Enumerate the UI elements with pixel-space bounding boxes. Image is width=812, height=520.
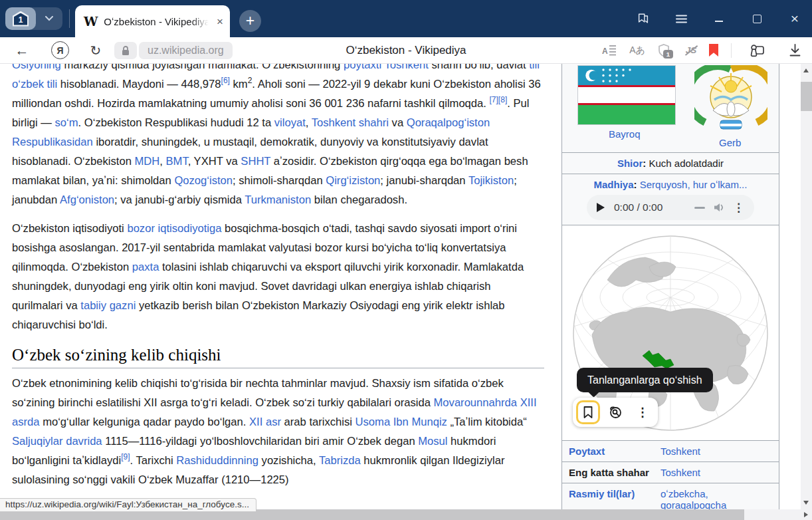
- window-controls: ×: [637, 8, 801, 29]
- wiki-link[interactable]: soʻm: [55, 116, 78, 129]
- back-button[interactable]: ←: [13, 37, 31, 63]
- wiki-link[interactable]: Turkmaniston: [245, 194, 311, 206]
- scroll-right-arrow[interactable]: [804, 512, 808, 517]
- wiki-link[interactable]: viloyat: [274, 116, 306, 129]
- active-tab[interactable]: W Oʻzbekiston - Vikipediya ×: [75, 5, 230, 37]
- emblem-caption-link[interactable]: Gerb: [719, 137, 741, 148]
- play-icon[interactable]: [597, 203, 605, 212]
- fact-label-link[interactable]: Poytaxt: [562, 446, 660, 457]
- wiki-link[interactable]: Mosul: [418, 435, 447, 448]
- wiki-link[interactable]: Movarounnahrda: [434, 396, 517, 409]
- tab-close-icon[interactable]: ×: [217, 16, 223, 27]
- wiki-link[interactable]: tabiiy gazni: [80, 299, 136, 312]
- toolbar-divider: [731, 43, 732, 58]
- visual-search-button[interactable]: [603, 400, 627, 424]
- close-button[interactable]: ×: [788, 12, 801, 25]
- uzbekistan-emblem-image[interactable]: [694, 65, 767, 134]
- vertical-scroll-thumb[interactable]: [801, 82, 812, 111]
- javascript-off-icon[interactable]: JS: [682, 37, 700, 63]
- motto-label-link[interactable]: Shior: [617, 158, 643, 169]
- flag-caption-link[interactable]: Bayroq: [609, 128, 641, 140]
- add-to-collections-tooltip: Tanlanganlarga qoʻshish: [577, 368, 713, 392]
- page-title: Oʻzbekiston - Vikipediya: [346, 37, 466, 63]
- address-bar[interactable]: uz.wikipedia.org: [139, 42, 233, 59]
- new-tab-button[interactable]: +: [239, 10, 261, 32]
- translate-icon[interactable]: Aあ: [627, 37, 647, 63]
- wiki-link[interactable]: Usoma Ibn Munqiz: [355, 416, 447, 428]
- wiki-link[interactable]: tili oʻzbek tili: [12, 64, 540, 90]
- downloads-icon[interactable]: [785, 37, 804, 63]
- article-paragraph-1: Osiyoning markaziy qismida joylashgan ma…: [12, 64, 544, 209]
- browser-window: 1 W Oʻzbekiston - Vikipediya × +: [0, 0, 812, 520]
- wiki-link[interactable]: Tabrizda: [319, 454, 361, 467]
- blocked-count-badge: 1: [663, 50, 673, 59]
- wiki-link[interactable]: Osiyoning: [12, 64, 61, 71]
- camera-search-icon: [607, 404, 623, 420]
- volume-icon[interactable]: [713, 202, 725, 213]
- scroll-down-arrow[interactable]: [803, 501, 809, 505]
- infobox-images-row: Bayroq Gerb: [562, 64, 779, 152]
- chevron-down-icon[interactable]: [36, 16, 62, 21]
- yandex-button[interactable]: Я: [51, 41, 69, 59]
- section-heading: Oʻzbek soʻzining kelib chiqishi: [12, 345, 544, 368]
- fact-row-capital: Poytaxt Toshkent: [562, 440, 779, 461]
- wiki-link[interactable]: Qozogʻiston: [174, 174, 233, 187]
- fact-label: Eng katta shahar: [562, 467, 660, 478]
- wiki-link[interactable]: Tojikiston: [468, 174, 514, 187]
- tab-counter-button[interactable]: 1: [5, 7, 62, 30]
- vertical-scrollbar[interactable]: [801, 64, 812, 509]
- seek-bar[interactable]: [694, 207, 705, 209]
- protect-shield-icon[interactable]: 1: [654, 37, 674, 63]
- motto-row: Shior: Kuch adolatdadir: [562, 152, 779, 174]
- fact-row-largest-city: Eng katta shahar Toshkent: [562, 461, 779, 483]
- lock-icon: [121, 45, 130, 56]
- reader-mode-icon[interactable]: A: [600, 37, 619, 63]
- wiki-link[interactable]: Qoraqalpogʻiston Respublikasidan: [12, 116, 490, 148]
- image-action-bar: ⋮: [573, 398, 658, 427]
- fact-value-link[interactable]: Toshkent: [660, 446, 779, 457]
- anthem-label-link[interactable]: Madhiya: [594, 179, 634, 190]
- bookmark-added-icon[interactable]: [706, 37, 722, 63]
- tab-counter-icon: 1: [13, 11, 29, 27]
- wiki-link[interactable]: [7][8]: [490, 95, 508, 104]
- wiki-link[interactable]: [9]: [121, 452, 130, 461]
- wiki-link[interactable]: bozor iqtisodiyotiga: [127, 222, 221, 235]
- more-actions-button[interactable]: ⋮: [631, 400, 655, 424]
- menu-icon[interactable]: [674, 12, 688, 25]
- status-url-bar: https://uz.wikipedia.org/wiki/Fayl:Узбек…: [0, 498, 256, 511]
- anthem-title-link[interactable]: Serquyosh, hur oʻlkam...: [640, 179, 748, 190]
- article-paragraph-3: Oʻzbek etnonimining kelib chiqishi toʻgʻ…: [12, 374, 544, 489]
- wiki-link[interactable]: BMT: [166, 155, 188, 168]
- add-to-collections-button[interactable]: [576, 400, 600, 424]
- fact-label-link[interactable]: Rasmiy til(lar): [562, 488, 660, 509]
- tabstrip-divider: [69, 9, 70, 28]
- wiki-link[interactable]: Qirgʻiziston: [326, 174, 380, 187]
- wiki-link[interactable]: MDH: [134, 155, 159, 168]
- minimize-button[interactable]: [712, 12, 726, 25]
- wiki-link[interactable]: poytaxti Toshkent: [344, 64, 429, 71]
- wiki-link[interactable]: Rashiduddinning: [176, 454, 258, 467]
- scroll-up-arrow[interactable]: [803, 68, 809, 72]
- article-paragraph-2: Oʻzbekiston iqtisodiyoti bozor iqtisodiy…: [12, 219, 544, 334]
- fact-value-link[interactable]: oʻzbekcha, qoraqalpoqcha: [660, 488, 779, 509]
- tab-count: 1: [14, 13, 27, 25]
- wiki-link[interactable]: Afgʻoniston: [60, 194, 114, 206]
- collections-icon[interactable]: [746, 37, 768, 63]
- wiki-link[interactable]: [6]: [221, 76, 230, 85]
- side-panel-icon[interactable]: [637, 12, 650, 25]
- maximize-button[interactable]: [750, 12, 763, 25]
- uzbekistan-flag-image[interactable]: [578, 66, 675, 124]
- wiki-link[interactable]: SHHT: [241, 155, 270, 168]
- wiki-link[interactable]: paxta: [132, 261, 159, 273]
- fact-value-link[interactable]: Toshkent: [660, 467, 779, 478]
- audio-menu-icon[interactable]: ⋮: [733, 201, 744, 215]
- audio-player[interactable]: 0:00 / 0:00 ⋮: [587, 195, 754, 220]
- site-security-button[interactable]: [114, 42, 137, 59]
- wiki-link[interactable]: XII asr: [249, 416, 281, 428]
- wiki-link[interactable]: Saljuqiylar davrida: [12, 435, 102, 448]
- reload-button[interactable]: ↻: [87, 37, 104, 63]
- wiki-link[interactable]: Toshkent shahri: [312, 116, 389, 129]
- tab-title: Oʻzbekiston - Vikipediya: [104, 16, 211, 27]
- toolbar: ← Я ↻ uz.wikipedia.org Oʻzbekiston - Vik…: [0, 37, 812, 64]
- country-infobox: Bayroq Gerb Shior:: [561, 64, 779, 509]
